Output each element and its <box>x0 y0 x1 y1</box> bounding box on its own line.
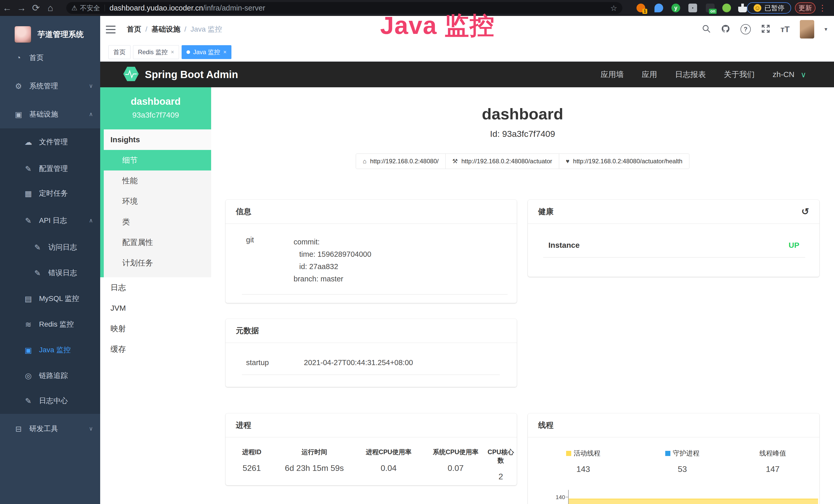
sba-nav-about[interactable]: 关于我们 <box>724 69 755 80</box>
sidebar-item-redis[interactable]: ≋ Redis 监控 <box>0 312 100 337</box>
sidebar-item-files[interactable]: ☁ 文件管理 <box>0 130 100 154</box>
search-icon[interactable] <box>702 24 711 34</box>
info-key: git <box>246 236 293 285</box>
sidebar-item-system[interactable]: ⚙ 系统管理 ∨ <box>0 74 100 98</box>
tab-redis-monitor[interactable]: Redis 监控 × <box>133 45 179 59</box>
browser-update-button[interactable]: 更新 <box>795 2 815 14</box>
extension-icon-grid[interactable] <box>688 4 697 12</box>
history-icon[interactable]: ↺ <box>802 206 809 217</box>
sidebar-toggle-icon[interactable] <box>106 26 115 33</box>
browser-back-button[interactable]: ← <box>0 0 14 16</box>
close-icon[interactable]: × <box>171 49 174 55</box>
server-icon: ▤ <box>23 294 34 303</box>
sidebar-item-label: 基础设施 <box>29 109 58 119</box>
sba-nav-details[interactable]: 细节 <box>104 150 211 170</box>
sba-nav-config-props[interactable]: 配置属性 <box>104 232 211 253</box>
health-card-title: 健康 <box>538 206 553 217</box>
sba-nav-logs[interactable]: 日志 <box>100 277 211 298</box>
sba-nav-metrics[interactable]: 性能 <box>104 170 211 191</box>
sidebar-item-devtools[interactable]: ⊟ 研发工具 ∨ <box>0 416 100 441</box>
extension-icon-y[interactable]: y <box>672 4 680 12</box>
security-chip[interactable]: ⚠ 不安全 <box>71 4 100 13</box>
health-url-button[interactable]: ♥ http://192.168.0.2:48080/actuator/heal… <box>559 154 689 169</box>
extension-on-badge: on <box>709 9 717 14</box>
sba-nav-journal[interactable]: 日志报表 <box>675 69 706 80</box>
actuator-url-button[interactable]: ⚒ http://192.168.0.2:48080/actuator <box>445 154 559 169</box>
instance-id: 93a3fc7f7409 <box>100 111 211 119</box>
insights-label: Insights <box>104 130 211 150</box>
instance-header[interactable]: dashboard 93a3fc7f7409 <box>100 87 211 130</box>
sidebar-item-error-log[interactable]: ✎ 错误日志 <box>0 260 100 285</box>
app-title: 芋道管理系统 <box>38 29 84 40</box>
font-size-icon[interactable]: тT <box>781 25 790 34</box>
page-title: dashboard <box>211 105 834 123</box>
sidebar-item-home[interactable]: ◔ 首页 <box>0 45 100 70</box>
breadcrumb-infra[interactable]: 基础设施 <box>152 24 180 34</box>
info-card: 信息 git commit: time: 1596289704000 id: 2… <box>225 200 517 303</box>
health-card-header: 健康 ↺ <box>528 200 819 224</box>
paused-label: 已暂停 <box>764 4 785 13</box>
sba-nav-applications[interactable]: 应用 <box>642 69 657 80</box>
sidebar-item-api-log[interactable]: ✎ API 日志 ∧ <box>0 208 100 233</box>
layers-icon: ≋ <box>23 320 34 329</box>
sidebar-item-infra[interactable]: ▣ 基础设施 ∧ <box>0 102 100 127</box>
fullscreen-icon[interactable] <box>761 24 770 35</box>
sba-nav-mappings[interactable]: 映射 <box>100 318 211 339</box>
extension-icon-orange[interactable]: 1 <box>636 4 645 12</box>
sidebar-item-label: Redis 监控 <box>39 319 74 329</box>
sidebar-item-mysql[interactable]: ▤ MySQL 监控 <box>0 286 100 311</box>
app-logo-row[interactable]: 芋道管理系统 <box>0 23 100 46</box>
process-col-header: 运行时间 <box>278 448 351 456</box>
github-icon[interactable] <box>721 24 730 35</box>
address-bar[interactable]: ⚠ 不安全 dashboard.yudao.iocoder.cn /infra/… <box>66 2 622 14</box>
process-value: 6d 23h 15m 59s <box>278 463 351 473</box>
browser-home-button[interactable]: ⌂ <box>43 0 58 16</box>
process-col-header: CPU核心数 <box>485 448 517 465</box>
sba-nav-classes[interactable]: 类 <box>104 211 211 232</box>
sidebar-item-jobs[interactable]: ▦ 定时任务 <box>0 181 100 206</box>
browser-reload-button[interactable]: ⟳ <box>29 0 43 16</box>
service-url-button[interactable]: ⌂ http://192.168.0.2:48080/ <box>356 154 445 169</box>
sba-nav-environment[interactable]: 环境 <box>104 191 211 211</box>
eye-icon: ◎ <box>23 371 34 380</box>
sidebar-item-label: API 日志 <box>39 216 67 225</box>
sidebar-item-label: Java 监控 <box>39 345 71 355</box>
insights-section: Insights 细节 性能 环境 类 配置属性 计划任务 <box>100 130 211 277</box>
info-line: commit: <box>293 236 371 248</box>
caret-down-icon[interactable]: ▾ <box>825 26 827 32</box>
close-icon[interactable]: × <box>223 49 226 55</box>
sba-nav-wall[interactable]: 应用墙 <box>600 69 623 80</box>
schedule-icon: ▦ <box>23 189 34 198</box>
sba-nav-jvm[interactable]: JVM <box>100 298 211 318</box>
legend-label: 活动线程 <box>574 449 600 458</box>
sidebar-item-access-log[interactable]: ✎ 访问日志 <box>0 235 100 259</box>
sidebar-item-java-monitor[interactable]: ▣ Java 监控 <box>0 338 100 362</box>
profile-paused-chip[interactable]: ☺ 已暂停 <box>747 2 791 14</box>
user-avatar[interactable] <box>800 20 814 39</box>
extension-icon-list[interactable]: on <box>706 4 715 12</box>
monitor-icon: ▣ <box>13 110 24 119</box>
sba-nav-caches[interactable]: 缓存 <box>100 339 211 360</box>
chevron-down-icon[interactable]: ∨ <box>800 70 806 79</box>
chevron-down-icon: ∨ <box>89 426 93 432</box>
extension-icon-green[interactable] <box>722 4 731 12</box>
app-logo <box>14 26 31 43</box>
active-dot <box>186 50 190 54</box>
browser-forward-button[interactable]: → <box>14 0 29 16</box>
tab-label: Redis 监控 <box>138 48 168 56</box>
sba-brand[interactable]: Spring Boot Admin <box>145 69 238 81</box>
breadcrumb-separator: / <box>184 25 186 33</box>
tab-home[interactable]: 首页 <box>108 45 130 59</box>
browser-menu-icon[interactable]: ⋮ <box>818 2 827 14</box>
sidebar-item-config[interactable]: ✎ 配置管理 <box>0 156 100 181</box>
breadcrumb-home[interactable]: 首页 <box>127 24 141 34</box>
dashboard-icon: ◔ <box>13 53 24 62</box>
extension-icon-pin[interactable] <box>655 4 663 12</box>
sidebar-item-trace[interactable]: ◎ 链路追踪 <box>0 363 100 388</box>
tab-java-monitor[interactable]: Java 监控 × <box>182 45 232 59</box>
sba-locale-select[interactable]: zh-CN <box>773 70 794 79</box>
sidebar-item-log-center[interactable]: ✎ 日志中心 <box>0 388 100 413</box>
bookmark-star-icon[interactable]: ☆ <box>610 4 617 13</box>
help-icon[interactable]: ? <box>741 24 751 35</box>
sba-nav-scheduled-tasks[interactable]: 计划任务 <box>104 253 211 273</box>
